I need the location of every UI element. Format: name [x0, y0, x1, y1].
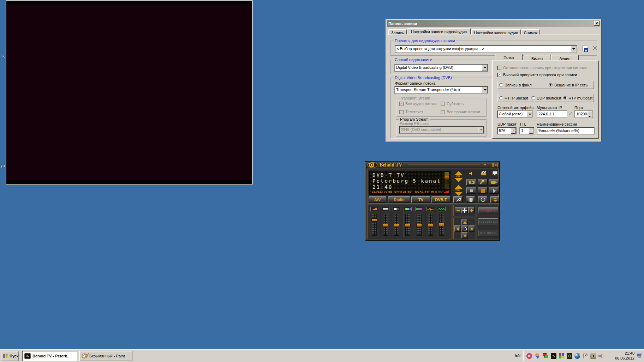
reset-button[interactable]: RESET [478, 207, 498, 214]
language-indicator[interactable]: EN [515, 353, 520, 357]
radio-http-unicast[interactable] [499, 96, 503, 100]
tray-icon-behold-tv[interactable]: ∿ [551, 353, 556, 359]
sharpness-track[interactable] [428, 214, 433, 236]
mode-dvbt-button[interactable]: DVB-T [431, 196, 451, 203]
video-method-combo-arrow[interactable] [482, 65, 488, 71]
mute-speaker-icon[interactable] [469, 171, 473, 175]
dk-mono-button[interactable]: D/K MONO [478, 230, 498, 236]
stop-button[interactable] [466, 187, 476, 194]
task-paint[interactable]: Безымянный - Paint [79, 351, 132, 361]
noise-reduction-track[interactable] [439, 214, 444, 236]
mode-tv-button[interactable]: TV [411, 196, 430, 203]
channel-up-button[interactable] [455, 171, 463, 175]
tab-audio-settings[interactable]: Настройки записи аудио [471, 29, 521, 35]
mode-av-button[interactable]: A/V [369, 196, 386, 203]
checkbox-teletext[interactable] [399, 110, 404, 114]
tab-potok[interactable]: Поток [495, 54, 523, 60]
saturation-handle[interactable] [416, 224, 422, 227]
checkbox-high-priority[interactable]: ✓ [497, 73, 501, 77]
tray-icon-volume[interactable] [598, 353, 604, 359]
slider-saturation[interactable] [414, 207, 424, 238]
clapperboard-icon[interactable] [481, 171, 486, 175]
slider-hue[interactable] [402, 207, 413, 238]
pan-move-button[interactable] [461, 207, 468, 213]
radio-rtp-multicast[interactable] [563, 96, 567, 100]
compact-mode-button[interactable] [490, 196, 500, 203]
pause-button[interactable] [478, 187, 488, 194]
tab-video[interactable]: Видео [524, 55, 550, 60]
tray-icon-security-alert[interactable]: ✕ [583, 353, 588, 359]
ttl-spinner[interactable]: 1 [519, 127, 534, 134]
pad-down-button[interactable] [461, 232, 468, 239]
mode-radio-button[interactable]: Radio [388, 196, 410, 203]
port-spinner[interactable]: 10200 [574, 110, 593, 118]
tray-icon-update-agent[interactable] [535, 353, 540, 359]
task-behold-tv[interactable]: ∿ Behold TV - Peterb... [22, 351, 77, 361]
volume-track[interactable] [372, 214, 377, 236]
noise-reduction-handle[interactable] [439, 223, 445, 226]
hue-handle[interactable] [405, 224, 411, 227]
slider-volume[interactable] [369, 207, 380, 238]
multicast-ip-field[interactable]: 224.0.1.1 [537, 110, 567, 118]
tray-icon-nvidia[interactable] [567, 353, 572, 359]
checkbox-subtitles[interactable] [441, 102, 445, 106]
tab-zapis[interactable]: Запись [388, 29, 407, 35]
volume-down-button[interactable] [455, 192, 463, 196]
iface-combobox[interactable]: Любой (авто) [497, 110, 533, 118]
start-button[interactable]: Пуск [1, 351, 19, 361]
tray-icon-antivirus[interactable] [559, 353, 565, 359]
save-preset-icon[interactable] [582, 45, 588, 52]
slider-sharpness[interactable] [425, 207, 436, 238]
hue-track[interactable] [405, 214, 410, 236]
zoom-in-button[interactable] [468, 207, 475, 213]
brightness-handle[interactable] [383, 224, 388, 227]
tray-icon-remote-screens[interactable] [543, 353, 548, 359]
ps-size-combo-arrow[interactable] [478, 127, 484, 133]
record-audio-button[interactable] [478, 179, 488, 186]
radio-udp-multicast[interactable] [531, 96, 535, 100]
iface-combo-arrow[interactable] [527, 111, 532, 117]
preset-combo-arrow[interactable] [571, 46, 576, 52]
pad-right-button[interactable] [469, 225, 475, 232]
tray-icon-download-manager[interactable] [526, 353, 532, 359]
udp-packet-spinner[interactable]: 576 [497, 127, 517, 134]
slider-noise-reduction[interactable] [436, 207, 447, 238]
format-combobox[interactable]: Transport Stream Transponder (*.trp) [394, 86, 488, 94]
pad-center-button[interactable] [461, 225, 468, 232]
behold-minimize-button[interactable]: _ [488, 163, 493, 167]
snapshot-button[interactable] [466, 179, 476, 186]
channel-down-button[interactable] [455, 178, 463, 182]
pad-up-button[interactable] [461, 219, 468, 225]
pad-left-button[interactable] [454, 225, 461, 232]
slider-contrast[interactable] [391, 207, 402, 238]
port-spin-down[interactable] [587, 114, 592, 117]
record-panel-titlebar[interactable]: Панель записи ✕ [387, 20, 600, 27]
scheduler-button[interactable] [478, 196, 487, 203]
record-video-button[interactable] [489, 179, 499, 186]
behold-help-button[interactable]: ? [483, 163, 487, 167]
radio-ip-broadcast[interactable] [549, 83, 553, 87]
format-combo-arrow[interactable] [482, 87, 488, 93]
brightness-track[interactable] [383, 214, 388, 236]
checkbox-all-audio[interactable]: ✓ [399, 102, 404, 106]
checkbox-other-streams[interactable] [441, 110, 445, 114]
behold-titlebar[interactable]: Behold TV ? _ ✕ [366, 162, 499, 168]
video-method-combobox[interactable]: Digital Video Broadcasting (DVB) [394, 64, 488, 72]
video-files-button[interactable] [466, 196, 475, 203]
tab-snimok[interactable]: Снимок [521, 29, 540, 35]
zoom-out-button[interactable] [455, 207, 461, 213]
tray-clock[interactable]: 21:40 06.06.2012 [613, 351, 634, 361]
session-name-field[interactable]: %mode% (%channel%) [537, 127, 595, 134]
volume-handle[interactable] [371, 218, 377, 222]
preset-combobox[interactable]: < Выбор пресета для загрузки конфигураци… [395, 45, 577, 53]
video-window[interactable] [6, 0, 253, 185]
tray-icon-display[interactable] [637, 353, 643, 358]
display-mode-icon[interactable] [493, 171, 497, 175]
tray-icon-windows-update[interactable] [574, 353, 580, 359]
saturation-track[interactable] [417, 214, 422, 236]
autodetect-button[interactable]: AUTODETECT [478, 218, 498, 225]
ps-size-combobox[interactable]: 2048 (DVD compatible) [399, 126, 484, 134]
udp-spin-down[interactable] [511, 131, 516, 134]
slider-brightness[interactable] [380, 207, 391, 238]
play-button[interactable] [489, 187, 499, 194]
